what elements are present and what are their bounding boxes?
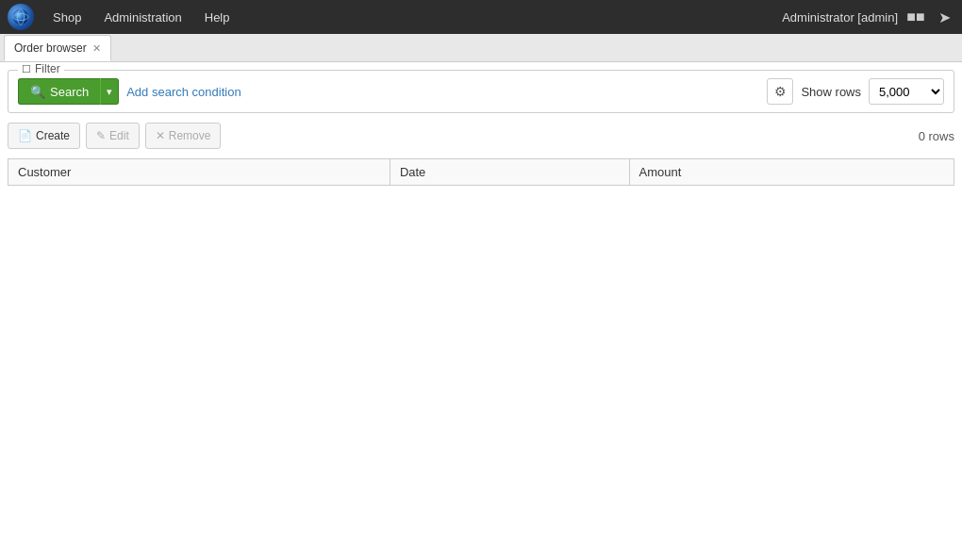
- table-header: Customer Date Amount: [8, 159, 954, 186]
- remove-button[interactable]: ✕ Remove: [145, 123, 222, 149]
- search-dropdown-button[interactable]: ▾: [100, 78, 119, 105]
- create-label: Create: [36, 129, 70, 142]
- data-table: Customer Date Amount: [8, 158, 954, 487]
- edit-icon: ✎: [96, 129, 106, 142]
- search-magnifier-icon: 🔍: [30, 85, 45, 99]
- gear-icon: ⚙: [774, 84, 787, 99]
- settings-button[interactable]: ⚙: [767, 78, 793, 105]
- user-label: Administrator [admin]: [782, 10, 898, 25]
- create-icon: 📄: [18, 129, 32, 142]
- rows-count: 0 rows: [919, 129, 954, 143]
- search-label: Search: [50, 85, 89, 99]
- search-button[interactable]: 🔍 Search: [18, 78, 100, 105]
- tab-close-icon[interactable]: ✕: [92, 42, 101, 55]
- table-body: [8, 186, 954, 487]
- signout-icon[interactable]: ➤: [934, 7, 954, 27]
- app-logo: [8, 4, 34, 30]
- create-button[interactable]: 📄 Create: [8, 123, 80, 149]
- tab-order-browser[interactable]: Order browser ✕: [4, 35, 111, 61]
- svg-point-0: [13, 9, 28, 25]
- apps-icon[interactable]: ■■: [905, 7, 926, 27]
- edit-button[interactable]: ✎ Edit: [86, 123, 140, 149]
- top-nav: Shop Administration Help Administrator […: [0, 0, 962, 34]
- search-btn-group: 🔍 Search ▾: [18, 78, 119, 105]
- filter-row: 🔍 Search ▾ Add search condition ⚙ Show r…: [18, 78, 944, 105]
- remove-label: Remove: [169, 129, 211, 142]
- main-content: ☐ Filter 🔍 Search ▾ Add search condition…: [0, 62, 962, 560]
- col-customer: Customer: [8, 159, 390, 186]
- table-header-row: Customer Date Amount: [8, 159, 954, 186]
- filter-checkbox-icon[interactable]: ☐: [22, 63, 31, 75]
- col-date: Date: [390, 159, 629, 186]
- filter-legend-label: Filter: [35, 62, 60, 75]
- tab-label: Order browser: [14, 41, 87, 55]
- nav-right: Administrator [admin] ■■ ➤: [782, 7, 954, 27]
- nav-shop[interactable]: Shop: [41, 0, 92, 34]
- show-rows-label: Show rows: [801, 85, 861, 99]
- tab-bar: Order browser ✕: [0, 34, 962, 62]
- remove-icon: ✕: [156, 129, 165, 142]
- col-amount: Amount: [629, 159, 954, 186]
- add-condition-link[interactable]: Add search condition: [126, 85, 759, 99]
- edit-label: Edit: [109, 129, 129, 142]
- show-rows-select[interactable]: 5,000 100 500 1,000 10,000: [869, 78, 944, 105]
- dropdown-arrow-icon: ▾: [107, 86, 112, 98]
- nav-administration[interactable]: Administration: [92, 0, 192, 34]
- nav-help[interactable]: Help: [193, 0, 241, 34]
- toolbar: 📄 Create ✎ Edit ✕ Remove 0 rows: [8, 123, 954, 149]
- filter-legend: ☐ Filter: [18, 62, 64, 75]
- filter-box: ☐ Filter 🔍 Search ▾ Add search condition…: [8, 70, 954, 113]
